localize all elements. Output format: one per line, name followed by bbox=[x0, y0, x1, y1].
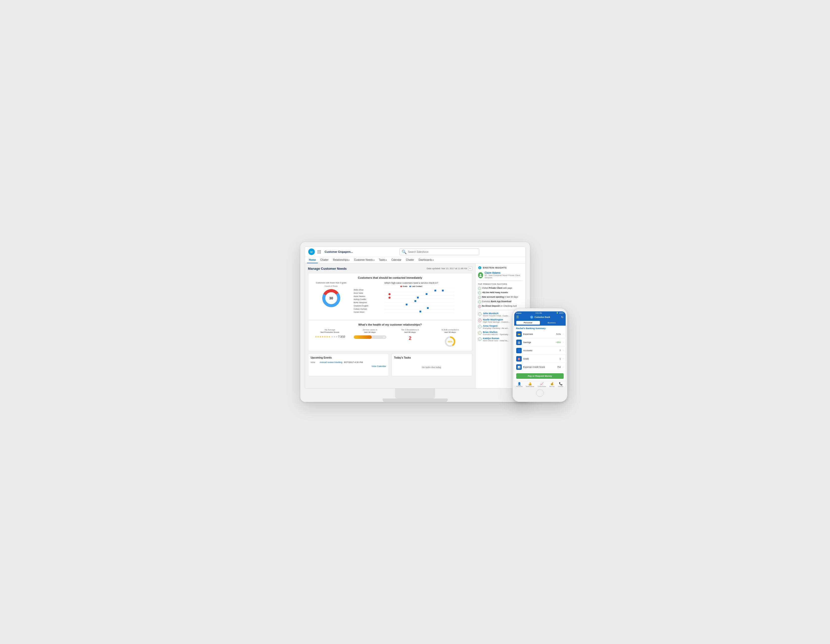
event-date: 3/27/2017 4:30 PM bbox=[344, 361, 363, 364]
expenses-arrow-icon: › bbox=[563, 333, 564, 335]
legend-goals-label: Goals bbox=[402, 285, 408, 288]
service-label: Service cases inlast 30 days bbox=[351, 329, 389, 334]
phone-nav-accounts[interactable]: 👤 Accounts bbox=[516, 382, 523, 387]
metric-service: Service cases inlast 30 days 10 bbox=[351, 329, 389, 348]
bob-donut: 66% bbox=[444, 335, 456, 348]
svg-point-22 bbox=[388, 297, 390, 299]
savings-arrow-icon: › bbox=[563, 341, 564, 343]
pay-request-button[interactable]: Pay or Request Money bbox=[516, 373, 564, 379]
contact-name-4[interactable]: Brian Shelton bbox=[483, 331, 510, 333]
nav-billpay-label: Bill Pay bbox=[550, 386, 555, 387]
goals-label: Goals bbox=[523, 358, 558, 360]
einstein-person-name[interactable]: Claire Adams bbox=[485, 272, 523, 274]
factor-text-5: No Direct Deposit on Checking Acct bbox=[482, 305, 517, 307]
nav-item-home[interactable]: Home bbox=[307, 257, 318, 263]
nav-accounts-icon: 👤 bbox=[518, 382, 521, 386]
contact-info-5: Katelyn Roman New Check Card - Initial t… bbox=[483, 337, 509, 342]
contact-name-3[interactable]: Anna Yevgeni bbox=[483, 324, 510, 327]
refresh-button[interactable]: ↻ bbox=[468, 266, 472, 271]
business-tab[interactable]: Business bbox=[540, 321, 564, 324]
star-icon: ★★★★★★★ bbox=[315, 335, 331, 338]
factor-1: ✓ Visited Private Client web page bbox=[478, 287, 523, 290]
contact-name-1[interactable]: John Murdoch bbox=[483, 312, 510, 315]
expenses-icon: 💳 bbox=[516, 331, 522, 337]
svg-text:E: E bbox=[479, 267, 480, 269]
phone-nav-billpay[interactable]: 💰 Bill Pay bbox=[550, 382, 555, 387]
factor-positive-icon-2: ✓ bbox=[478, 291, 481, 294]
nav-credit-icon: 📈 bbox=[540, 382, 544, 386]
einstein-avatar bbox=[478, 272, 483, 278]
phone-nav-credit[interactable]: 📈 Credit Score bbox=[538, 382, 546, 387]
contact-name-5[interactable]: Katelyn Roman bbox=[483, 337, 509, 340]
nav-item-relationships[interactable]: Relationships bbox=[331, 257, 352, 263]
svg-rect-14 bbox=[442, 290, 444, 291]
contact-name-2[interactable]: Noelle Washington bbox=[483, 318, 510, 321]
chart-card: Customers that should be contacted immed… bbox=[308, 273, 472, 351]
donut-chart: Customers with fewer than 2 goals Count … bbox=[311, 282, 351, 317]
search-input[interactable] bbox=[408, 250, 477, 253]
events-card: Upcoming Events Now Annual review Meetin… bbox=[308, 354, 389, 376]
predictive-title: TOP PREDICTIVE FACTORS bbox=[478, 283, 523, 285]
personal-tab[interactable]: Personal bbox=[516, 321, 540, 324]
contact-sub-2: High Yield Savings - Custom... bbox=[483, 321, 510, 323]
nav-notifications-label: Notifications bbox=[526, 386, 534, 387]
einstein-header: E EINSTEIN INSIGHTS bbox=[478, 266, 523, 269]
nav-item-customer-needs[interactable]: Customer Needs bbox=[352, 257, 376, 263]
event-row: Now Annual review Meeting 3/27/2017 4:30… bbox=[311, 361, 386, 364]
app-launcher-icon[interactable] bbox=[318, 250, 321, 253]
donut-subtitle: Count of Rows bbox=[311, 285, 351, 287]
credit-score-icon: 📊 bbox=[516, 364, 522, 370]
contact-sub-4: Cumulus HELOC - Specialty... bbox=[483, 333, 510, 335]
accounts-icon: 👤 bbox=[516, 348, 522, 353]
factor-text-4: Cumulus Bank App Download bbox=[482, 300, 512, 303]
donut-container: 30 bbox=[321, 288, 341, 308]
monitor-screen: SF Customer Engagem... 🔍 Home bbox=[305, 247, 526, 389]
savings-icon: 🏦 bbox=[516, 340, 522, 345]
phone-refresh-icon[interactable]: ↻ bbox=[561, 316, 563, 319]
monitor: SF Customer Engagem... 🔍 Home bbox=[300, 242, 530, 402]
hamburger-icon[interactable]: ☰ bbox=[516, 315, 519, 319]
nav-item-dashboards[interactable]: Dashboards bbox=[417, 257, 436, 263]
monitor-stand bbox=[395, 389, 435, 399]
nps-stars: ★★★★★★★ ★★★ 7.3/10 bbox=[311, 335, 349, 338]
person-icon bbox=[479, 274, 482, 277]
savings-label: Savings bbox=[523, 341, 554, 343]
contact-icon-4: ✓ bbox=[478, 331, 482, 335]
contact-info-4: Brian Shelton Cumulus HELOC - Specialty.… bbox=[483, 331, 510, 335]
phone-item-expenses: 💳 Expenses 51% › bbox=[514, 330, 565, 339]
view-calendar-link[interactable]: View Calendar bbox=[311, 365, 386, 367]
nav-item-chatter-2[interactable]: Chatter bbox=[404, 257, 416, 263]
app-name: Customer Engagem... bbox=[325, 250, 353, 253]
goals-arrow-icon: › bbox=[563, 358, 564, 360]
service-progress: 10 bbox=[351, 335, 389, 339]
battery-icon: 🔋 bbox=[556, 312, 558, 314]
service-bar-fill bbox=[354, 335, 372, 339]
phone-summary-title: Rachel's Banking Summary bbox=[514, 326, 565, 330]
event-name[interactable]: Annual review Meeting bbox=[320, 361, 342, 364]
nav-item-chatter[interactable]: Chatter bbox=[318, 257, 331, 263]
phone-nav-notifications[interactable]: 🔔 Notifications bbox=[526, 382, 534, 387]
event-time: Now bbox=[311, 361, 318, 364]
nav-item-calendar[interactable]: Calendar bbox=[389, 257, 403, 263]
search-bar[interactable]: 🔍 bbox=[399, 248, 479, 255]
sf-nav: Home Chatter Relationships Customer Need… bbox=[305, 257, 525, 263]
einstein-person-info: Claire Adams 92 - New Customer Need! Pri… bbox=[485, 272, 523, 279]
factor-4: ✓ Cumulus Bank App Download bbox=[478, 300, 523, 304]
donut-number: 30 bbox=[329, 296, 333, 300]
tasks-title: Today's Tasks bbox=[394, 356, 470, 359]
phone-nav-contact[interactable]: 📞 Contact bbox=[558, 382, 563, 387]
nav-item-tasks[interactable]: Tasks bbox=[377, 257, 389, 263]
svg-point-21 bbox=[388, 293, 390, 295]
svg-text:SF: SF bbox=[310, 251, 313, 253]
scatter-plot-area bbox=[370, 288, 469, 317]
factor-negative-icon-5: ✗ bbox=[478, 305, 481, 308]
svg-rect-16 bbox=[417, 297, 419, 298]
no-tasks-text: No tasks due today. bbox=[394, 361, 470, 373]
escalation-label: Tier 3 Escalations inlast 90 days bbox=[391, 329, 429, 334]
chart-section: Customers that should be contacted immed… bbox=[308, 273, 472, 320]
credit-arrow-icon: › bbox=[563, 366, 564, 368]
scatter-inner: Aidan Shaw Anne Salas Asher Newton Aubre… bbox=[354, 288, 469, 317]
phone-home-button[interactable] bbox=[536, 389, 544, 397]
phone-item-accounts: 👤 Accounts 7 › bbox=[514, 347, 565, 355]
bank-name-text: Cumulus Bank bbox=[534, 316, 550, 318]
